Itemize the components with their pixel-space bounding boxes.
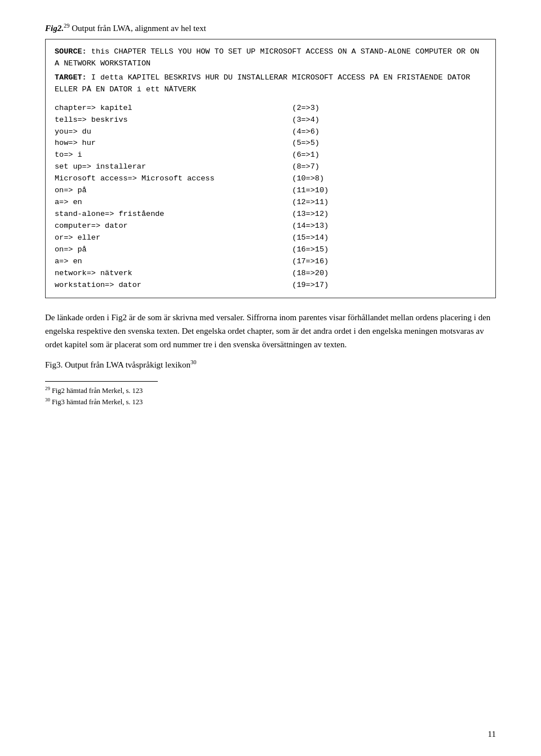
- mapping-left-cell: stand-alone=> fristående: [55, 209, 292, 220]
- figure2-box: SOURCE: this CHAPTER TELLS YOU HOW TO SE…: [45, 39, 496, 298]
- mapping-row: a=> en(12=>11): [55, 197, 486, 209]
- mapping-right-cell: (5=>5): [292, 138, 486, 149]
- footnote-item: 30 Fig3 hämtad från Merkel, s. 123: [45, 396, 496, 408]
- footnote-divider: [45, 381, 158, 385]
- fig3-title-text: Output från LWA tvåspråkigt lexikon: [63, 360, 190, 369]
- mapping-left-cell: a=> en: [55, 197, 292, 209]
- mapping-left-cell: you=> du: [55, 126, 292, 138]
- fig2-sup: 29: [64, 23, 70, 29]
- source-label: SOURCE:: [55, 47, 87, 56]
- mapping-row: on=> på(11=>10): [55, 185, 486, 197]
- mapping-left-cell: set up=> installerar: [55, 161, 292, 173]
- mapping-right-cell: (17=>16): [292, 256, 486, 268]
- footnotes: 29 Fig2 hämtad från Merkel, s. 12330 Fig…: [45, 385, 496, 408]
- mapping-left-cell: chapter=> kapitel: [55, 103, 292, 114]
- mapping-right-cell: (14=>13): [292, 220, 486, 232]
- target-label: TARGET:: [55, 73, 87, 82]
- mapping-right-cell: (11=>10): [292, 185, 486, 197]
- mapping-row: stand-alone=> fristående(13=>12): [55, 209, 486, 220]
- mapping-right-cell: (16=>15): [292, 244, 486, 256]
- mapping-row: how=> hur(5=>5): [55, 138, 486, 149]
- mapping-left-cell: tells=> beskrivs: [55, 114, 292, 126]
- mapping-right-cell: (3=>4): [292, 114, 486, 126]
- body-paragraphs: De länkade orden i Fig2 är de som är skr…: [45, 311, 496, 351]
- mapping-right-cell: (8=>7): [292, 161, 486, 173]
- fig2-label: Fig2.: [45, 24, 64, 33]
- mapping-left-cell: workstation=> dator: [55, 280, 292, 291]
- mapping-right-cell: (13=>12): [292, 209, 486, 220]
- mapping-row: chapter=> kapitel(2=>3): [55, 103, 486, 114]
- mapping-row: you=> du(4=>6): [55, 126, 486, 138]
- mapping-row: computer=> dator(14=>13): [55, 220, 486, 232]
- page-number: 11: [488, 730, 496, 739]
- mapping-right-cell: (2=>3): [292, 103, 486, 114]
- mapping-right-cell: (10=>8): [292, 173, 486, 185]
- target-text: I detta KAPITEL BESKRIVS HUR DU INSTALLE…: [55, 73, 470, 94]
- mapping-left-cell: Microsoft access=> Microsoft access: [55, 173, 292, 185]
- mapping-left-cell: a=> en: [55, 256, 292, 268]
- figure2-title: Fig2.29 Output från LWA, alignment av he…: [45, 23, 496, 33]
- mapping-row: to=> i(6=>1): [55, 149, 486, 161]
- mapping-right-cell: (6=>1): [292, 149, 486, 161]
- mapping-right-cell: (15=>14): [292, 232, 486, 244]
- mapping-row: workstation=> dator(19=>17): [55, 280, 486, 291]
- mapping-left-cell: to=> i: [55, 149, 292, 161]
- mapping-left-cell: how=> hur: [55, 138, 292, 149]
- mapping-row: tells=> beskrivs(3=>4): [55, 114, 486, 126]
- mapping-left-cell: computer=> dator: [55, 220, 292, 232]
- footnote-item: 29 Fig2 hämtad från Merkel, s. 123: [45, 385, 496, 396]
- source-line: SOURCE: this CHAPTER TELLS YOU HOW TO SE…: [55, 46, 486, 70]
- body-paragraph: De länkade orden i Fig2 är de som är skr…: [45, 311, 496, 351]
- mapping-left-cell: on=> på: [55, 244, 292, 256]
- fig2-title-text: Output från LWA, alignment av hel text: [69, 24, 206, 33]
- source-text: this CHAPTER TELLS YOU HOW TO SET UP MIC…: [55, 47, 479, 68]
- mapping-left-cell: network=> nätverk: [55, 268, 292, 280]
- mapping-left-cell: on=> på: [55, 185, 292, 197]
- target-line: TARGET: I detta KAPITEL BESKRIVS HUR DU …: [55, 72, 486, 96]
- mapping-row: a=> en(17=>16): [55, 256, 486, 268]
- page: Fig2.29 Output från LWA, alignment av he…: [0, 0, 541, 756]
- fig3-label: Fig3.: [45, 360, 63, 369]
- mapping-row: or=> eller(15=>14): [55, 232, 486, 244]
- fig3-sup: 30: [190, 359, 197, 365]
- mapping-left-cell: or=> eller: [55, 232, 292, 244]
- mapping-right-cell: (19=>17): [292, 280, 486, 291]
- mapping-right-cell: (12=>11): [292, 197, 486, 209]
- mapping-table: chapter=> kapitel(2=>3)tells=> beskrivs(…: [55, 103, 486, 291]
- mapping-row: set up=> installerar(8=>7): [55, 161, 486, 173]
- mapping-right-cell: (4=>6): [292, 126, 486, 138]
- figure3-title: Fig3. Output från LWA tvåspråkigt lexiko…: [45, 359, 496, 370]
- mapping-right-cell: (18=>20): [292, 268, 486, 280]
- mapping-row: on=> på(16=>15): [55, 244, 486, 256]
- mapping-row: Microsoft access=> Microsoft access(10=>…: [55, 173, 486, 185]
- mapping-row: network=> nätverk(18=>20): [55, 268, 486, 280]
